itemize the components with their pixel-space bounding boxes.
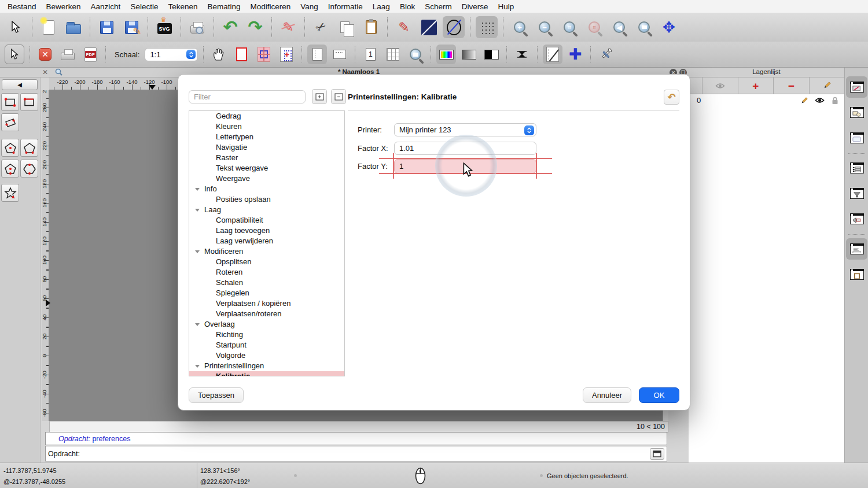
reset-defaults-button[interactable]: ↶ [664, 90, 679, 105]
hexagon-tool[interactable] [20, 160, 38, 178]
cut-button[interactable]: ✂ [310, 16, 332, 38]
polygon-center-tool[interactable] [1, 139, 19, 157]
zoom-auto-button[interactable]: ⌗ [558, 16, 580, 38]
selection-tool-icon[interactable] [5, 16, 27, 38]
zoom-window-button[interactable] [633, 16, 655, 38]
ok-button[interactable]: OK [639, 387, 679, 403]
expand-all-button[interactable] [312, 89, 327, 104]
landscape-button[interactable] [330, 45, 350, 64]
svg-export-button[interactable]: SVG [153, 16, 175, 38]
selection-mode-button[interactable] [5, 45, 24, 64]
portrait-button[interactable] [307, 45, 327, 64]
settings-tree-item[interactable]: Laag verwijderen [189, 236, 344, 246]
selection-panel-toggle[interactable] [846, 208, 867, 230]
layer-panel-toggle[interactable] [846, 76, 867, 98]
print-preview-button[interactable] [186, 16, 208, 38]
redo-button[interactable]: ↷ [244, 16, 266, 38]
settings-tree-item[interactable]: Laag [189, 205, 344, 215]
command-options-button[interactable] [650, 448, 664, 460]
settings-tree-item[interactable]: Verplaatsen / kopiëren [189, 298, 344, 309]
menu-item[interactable]: Modificeren [251, 2, 291, 11]
settings-tree-item[interactable]: Tekst weergave [189, 163, 344, 173]
command-panel-toggle[interactable] [846, 238, 867, 260]
menu-item[interactable]: Laag [373, 2, 390, 11]
menu-item[interactable]: Diverse [462, 2, 488, 11]
block-panel-toggle[interactable] [846, 102, 867, 123]
single-page-button[interactable]: 1 [361, 45, 380, 64]
settings-tree-item[interactable]: Lettertypen [189, 132, 344, 142]
layer-visibility-button[interactable] [703, 77, 738, 94]
print-button[interactable] [58, 45, 78, 64]
collapse-all-button[interactable] [331, 89, 346, 104]
settings-tree-item[interactable]: Overlaag [189, 319, 344, 330]
hairline-button[interactable] [512, 45, 532, 64]
settings-tree-item[interactable]: Opsplitsen [189, 257, 344, 267]
undo-button[interactable]: ↶ [219, 16, 241, 38]
tab-close-icon[interactable]: ✕ [42, 68, 48, 76]
add-layer-button[interactable]: + [738, 77, 774, 94]
settings-tree-item[interactable]: Schalen [189, 278, 344, 288]
edit-layer-button[interactable] [810, 77, 845, 94]
settings-tree-item[interactable]: Compatibiliteit [189, 215, 344, 225]
menu-item[interactable]: Vang [300, 2, 318, 11]
paste-button[interactable] [360, 16, 382, 38]
apply-button[interactable]: Toepassen [189, 387, 244, 403]
paper-grid-button[interactable] [254, 45, 274, 64]
menu-item[interactable]: Blok [400, 2, 415, 11]
settings-tree-item[interactable]: Roteren [189, 267, 344, 278]
settings-tree-item[interactable]: Startpunt [189, 340, 344, 350]
filter-input[interactable] [189, 90, 306, 103]
settings-tree-item[interactable]: Raster [189, 153, 344, 163]
settings-tree-item[interactable]: Weergave [189, 173, 344, 184]
zoom-out-button[interactable]: − [534, 16, 556, 38]
draw-pen-button[interactable]: ✎ [393, 16, 415, 38]
page-diagonal-button[interactable] [543, 45, 562, 64]
fit-page-button[interactable] [277, 45, 296, 64]
copy-button[interactable] [335, 16, 357, 38]
new-file-button[interactable] [38, 16, 60, 38]
rectangle-size-tool[interactable] [20, 93, 38, 111]
rotated-rectangle-tool[interactable] [1, 113, 19, 131]
command-prompt-row[interactable]: Opdracht: [45, 446, 667, 461]
filter-panel-toggle[interactable] [846, 183, 867, 204]
settings-tree-item[interactable]: Verplaatsen/roteren [189, 309, 344, 319]
black-white-button[interactable] [481, 45, 501, 64]
pdf-export-button[interactable]: PDF [80, 45, 100, 64]
scale-dropdown[interactable]: 1:1 [145, 48, 198, 61]
menu-item[interactable]: Aanzicht [91, 2, 121, 11]
layer-row[interactable]: 0 [689, 94, 844, 108]
save-button[interactable] [95, 16, 117, 38]
settings-tree-item[interactable]: Printerinstellingen [189, 361, 344, 371]
settings-tree-item[interactable]: Posities opslaan [189, 194, 344, 205]
palette-back-button[interactable]: ◀ [2, 79, 38, 90]
polygon-edge-tool[interactable] [20, 139, 38, 157]
open-file-button[interactable] [62, 16, 84, 38]
snap-grid-button[interactable] [476, 16, 498, 38]
full-color-button[interactable] [436, 45, 456, 64]
cancel-button[interactable]: Annuleer [583, 387, 631, 403]
menu-item[interactable]: Informatie [328, 2, 363, 11]
line-tool-button[interactable] [418, 16, 440, 38]
polygon-center-corner-tool[interactable] [1, 160, 19, 178]
menu-item[interactable]: Scherm [425, 2, 452, 11]
close-print-preview-button[interactable]: ✕ [35, 45, 55, 64]
menu-item[interactable]: Bestand [8, 2, 36, 11]
zoom-pan-button[interactable]: ✥ [658, 16, 680, 38]
remove-layer-button[interactable]: − [774, 77, 810, 94]
settings-tools-button[interactable] [596, 45, 616, 64]
view-panel-toggle[interactable] [846, 127, 867, 149]
clipboard-panel-toggle[interactable] [846, 264, 867, 285]
settings-tree-item[interactable]: Kalibratie [189, 371, 344, 376]
menu-item[interactable]: Selectie [130, 2, 158, 11]
settings-tree-item[interactable]: Richting [189, 330, 344, 340]
menu-item[interactable]: Bewerken [46, 2, 81, 11]
layer-edit-icon[interactable] [800, 97, 808, 107]
star-tool[interactable] [1, 184, 19, 202]
ellipse-tool-button[interactable] [443, 16, 465, 38]
settings-tree-item[interactable]: Spiegelen [189, 288, 344, 298]
menu-item[interactable]: Tekenen [168, 2, 197, 11]
rectangle-2corner-tool[interactable] [1, 93, 19, 111]
delete-button[interactable]: ✎ [277, 16, 299, 38]
zoom-page-button[interactable] [406, 45, 425, 64]
layer-lock-icon[interactable] [832, 97, 838, 106]
